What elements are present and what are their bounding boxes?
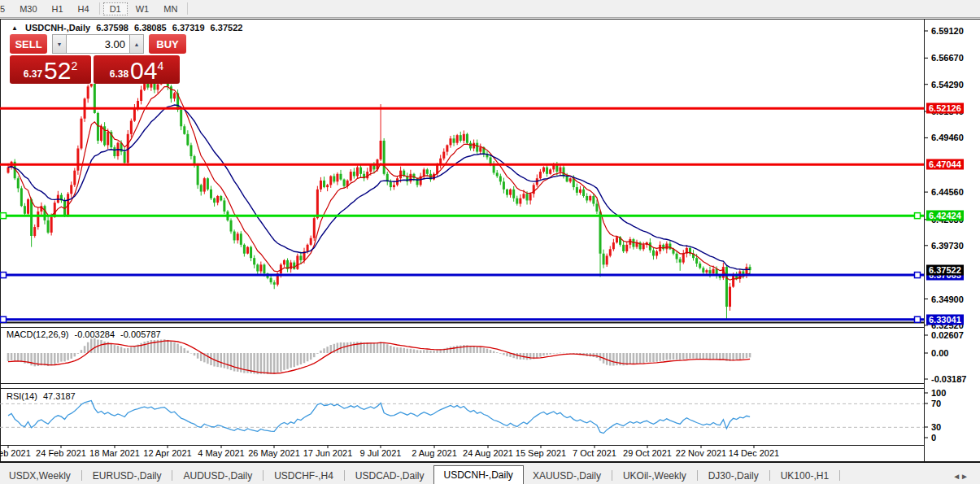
sell-price-box[interactable]: 6.37 52 2: [10, 55, 91, 84]
date-label: 15 Sep 2021: [516, 448, 566, 458]
tab-eurusd-daily[interactable]: EURUSD-,Daily: [84, 467, 171, 484]
date-label: 22 Nov 2021: [676, 448, 726, 458]
date-label: 18 Mar 2021: [89, 448, 140, 458]
price-level-label: 6.33041: [926, 314, 964, 325]
tab-separator: [697, 470, 698, 481]
price-tick-label: 6.49460: [931, 133, 964, 142]
tab-separator: [344, 470, 345, 481]
ohlc-close: 6.37522: [211, 23, 243, 33]
tab-xauusd-daily[interactable]: XAUUSD-,Daily: [524, 467, 610, 484]
tab-separator: [81, 470, 82, 481]
sell-price-small: 6.37: [24, 68, 42, 80]
tab-ukoil-weekly[interactable]: UKOil-,Weekly: [614, 467, 695, 484]
macd-axis-label: 0.02607: [931, 330, 964, 340]
timeframe-button-5[interactable]: 5: [0, 2, 11, 15]
rsi-axis-label: 70: [931, 399, 941, 408]
date-label: 24 Feb 2021: [36, 448, 86, 458]
date-label: 17 Jun 2021: [303, 448, 353, 458]
time-axis: 2 Feb 202124 Feb 202118 Mar 202112 Apr 2…: [0, 446, 924, 462]
price-tick-label: 6.34900: [931, 294, 964, 304]
volume-decrease-button[interactable]: ▼: [52, 34, 66, 54]
price-tick-label: 6.56670: [931, 53, 964, 63]
tab-separator: [263, 470, 264, 481]
tab-dj30-daily[interactable]: DJ30-,Daily: [699, 467, 768, 484]
date-label: 14 Dec 2021: [729, 448, 779, 458]
price-level-label: 6.42424: [926, 211, 964, 221]
price-tick-label: 6.59120: [931, 26, 964, 36]
tab-scroll-right-icon[interactable]: ►: [960, 472, 969, 481]
ohlc-high: 6.38085: [134, 23, 167, 33]
macd-value-1: -0.003284: [74, 329, 115, 339]
tab-uk100-h1[interactable]: UK100-,H1: [772, 467, 838, 484]
price-axis: 6.591206.566706.542906.518406.494606.445…: [926, 0, 980, 484]
date-label: 4 May 2021: [198, 448, 244, 458]
rsi-axis-label: 30: [931, 422, 941, 432]
rsi-axis-label: 100: [931, 388, 946, 398]
timeframe-button-d1[interactable]: D1: [103, 2, 128, 15]
timeframe-button-w1[interactable]: W1: [129, 2, 156, 15]
tab-separator: [839, 470, 840, 481]
date-label: 2 Feb 2021: [0, 448, 31, 458]
macd-axis-label: 0.00: [931, 348, 948, 358]
tab-usdcnh-daily[interactable]: USDCNH-,Daily: [433, 465, 524, 484]
chart-symbol-label: USDCNH-,Daily: [25, 23, 90, 33]
price-level-label: 6.52126: [926, 103, 964, 114]
price-tick-label: 6.54290: [931, 80, 964, 89]
collapse-panel-icon[interactable]: ▲: [11, 24, 18, 32]
tab-separator: [612, 470, 612, 481]
toolbar-separator: [187, 2, 188, 15]
date-label: 2 Aug 2021: [412, 448, 457, 458]
price-level-label: 6.47044: [926, 159, 964, 170]
rsi-name: RSI(14): [7, 391, 37, 401]
tab-usdcad-daily[interactable]: USDCAD-,Daily: [346, 467, 433, 484]
timeframe-button-h1[interactable]: H1: [46, 2, 70, 15]
chevron-up-icon: ▲: [134, 41, 140, 47]
timeframe-toolbar: 5M30H1H4D1W1MN: [0, 0, 980, 18]
date-label: 7 Oct 2021: [573, 448, 616, 458]
buy-price-sup: 4: [157, 59, 163, 72]
timeframe-button-mn[interactable]: MN: [157, 2, 184, 15]
ohlc-open: 6.37598: [96, 23, 128, 33]
tab-usdx-weekly[interactable]: USDX,Weekly: [0, 467, 80, 484]
buy-price-box[interactable]: 6.38 04 4: [94, 55, 180, 84]
timeframe-button-m30[interactable]: M30: [13, 2, 43, 15]
tab-separator: [172, 470, 172, 481]
current-price-label: 6.37522: [926, 264, 964, 275]
rsi-value: 47.3187: [43, 391, 76, 401]
tab-separator: [769, 470, 770, 481]
date-label: 9 Jul 2021: [360, 448, 402, 458]
macd-axis-label: -0.03187: [931, 374, 966, 384]
sell-button[interactable]: SELL: [10, 34, 47, 54]
date-label: 12 Apr 2021: [143, 448, 191, 458]
macd-name: MACD(12,26,9): [7, 329, 68, 339]
mt4-window: 5M30H1H4D1W1MN ▲ USDCNH-,Daily 6.37598 6…: [0, 0, 980, 484]
chart-header: ▲ USDCNH-,Daily 6.37598 6.38085 6.37319 …: [11, 23, 246, 33]
macd-value-2: -0.005787: [120, 329, 161, 339]
symbol-tab-bar: USDX,WeeklyEURUSD-,DailyAUDUSD-,DailyUSD…: [0, 461, 980, 484]
date-label: 26 May 2021: [248, 448, 300, 458]
toolbar-separator: [99, 2, 100, 15]
volume-input[interactable]: 3.00: [66, 34, 130, 54]
price-tick-label: 6.39730: [931, 241, 964, 251]
buy-price-small: 6.38: [110, 68, 128, 80]
timeframe-button-h4[interactable]: H4: [72, 2, 96, 15]
buy-price-big: 04: [130, 59, 157, 83]
buy-button[interactable]: BUY: [149, 34, 186, 54]
rsi-axis-label: 0: [931, 433, 936, 443]
sell-price-sup: 2: [71, 59, 77, 72]
sell-price-big: 52: [44, 59, 71, 83]
tab-audusd-daily[interactable]: AUDUSD-,Daily: [174, 467, 261, 484]
macd-label: MACD(12,26,9) -0.003284 -0.005787: [7, 329, 164, 339]
one-click-trade-panel: SELL ▼ 3.00 ▲ BUY 6.37 52 2 6.38 04 4: [5, 34, 187, 84]
tab-usdchf-h4[interactable]: USDCHF-,H4: [265, 467, 342, 484]
chevron-down-icon: ▼: [57, 41, 63, 47]
tab-scroll-arrows: ◄►: [952, 472, 969, 481]
rsi-label: RSI(14) 47.3187: [7, 391, 79, 401]
price-tick-label: 6.44560: [931, 187, 964, 197]
date-label: 29 Oct 2021: [623, 448, 672, 458]
volume-increase-button[interactable]: ▲: [130, 34, 144, 54]
ohlc-low: 6.37319: [172, 23, 205, 33]
date-label: 24 Aug 2021: [463, 448, 513, 458]
tab-scroll-left-icon[interactable]: ◄: [952, 472, 960, 481]
